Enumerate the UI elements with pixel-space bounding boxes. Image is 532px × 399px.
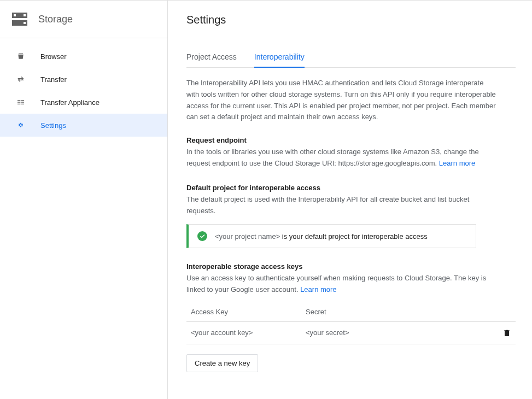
product-title: Storage [38,14,73,25]
cell-secret: <your secret> [306,328,495,337]
tab-interoperability[interactable]: Interoperability [254,47,305,68]
table-header: Access Key Secret [186,302,516,322]
trash-icon [502,328,511,337]
section-request-endpoint: Request endpoint In the tools or librari… [186,136,516,169]
sidebar: Storage Browser Transfer Transfer Applia… [0,1,168,399]
endpoint-learn-more-link[interactable]: Learn more [439,159,475,167]
endpoint-text: In the tools or libraries you use with o… [186,146,498,169]
check-circle-icon [197,231,207,241]
keys-table: Access Key Secret <your account key> <yo… [186,302,516,344]
default-project-text: The default project is used with the Int… [186,194,498,217]
sidebar-item-label: Transfer [40,75,67,84]
tab-project-access[interactable]: Project Access [186,47,237,68]
sidebar-item-browser[interactable]: Browser [0,45,167,68]
sidebar-item-transfer-appliance[interactable]: Transfer Appliance [0,91,167,114]
col-header-secret: Secret [306,308,495,316]
col-header-access-key: Access Key [191,308,306,316]
sidebar-header: Storage [0,1,167,38]
transfer-icon [15,74,26,85]
default-project-banner: <your project name> is your default proj… [186,224,476,248]
sidebar-item-settings[interactable]: Settings [0,114,167,137]
keys-heading: Interoperable storage access keys [186,262,516,271]
sidebar-nav: Browser Transfer Transfer Appliance Sett… [0,38,167,137]
tabs: Project Access Interoperability [186,47,516,68]
page-title: Settings [186,14,516,26]
endpoint-heading: Request endpoint [186,136,516,144]
sidebar-item-label: Transfer Appliance [40,98,100,107]
cell-access-key: <your account key> [191,328,306,337]
keys-text: Use an access key to authenticate yourse… [186,273,498,296]
keys-learn-more-link[interactable]: Learn more [300,285,336,294]
banner-text: <your project name> is your default proj… [215,232,428,240]
bucket-icon [15,51,26,62]
sidebar-item-label: Settings [40,121,66,130]
storage-icon [12,13,27,26]
section-default-project: Default project for interoperable access… [186,184,516,249]
sidebar-item-transfer[interactable]: Transfer [0,68,167,91]
delete-key-button[interactable] [502,328,511,337]
create-key-button[interactable]: Create a new key [186,354,258,372]
main-content: Settings Project Access Interoperability… [168,1,532,399]
sidebar-item-label: Browser [40,52,67,61]
appliance-icon [15,97,26,108]
table-row: <your account key> <your secret> [186,322,516,344]
intro-text: The Interoperability API lets you use HM… [186,78,498,123]
default-project-heading: Default project for interoperable access [186,184,516,192]
gear-icon [15,120,26,131]
section-access-keys: Interoperable storage access keys Use an… [186,262,516,372]
